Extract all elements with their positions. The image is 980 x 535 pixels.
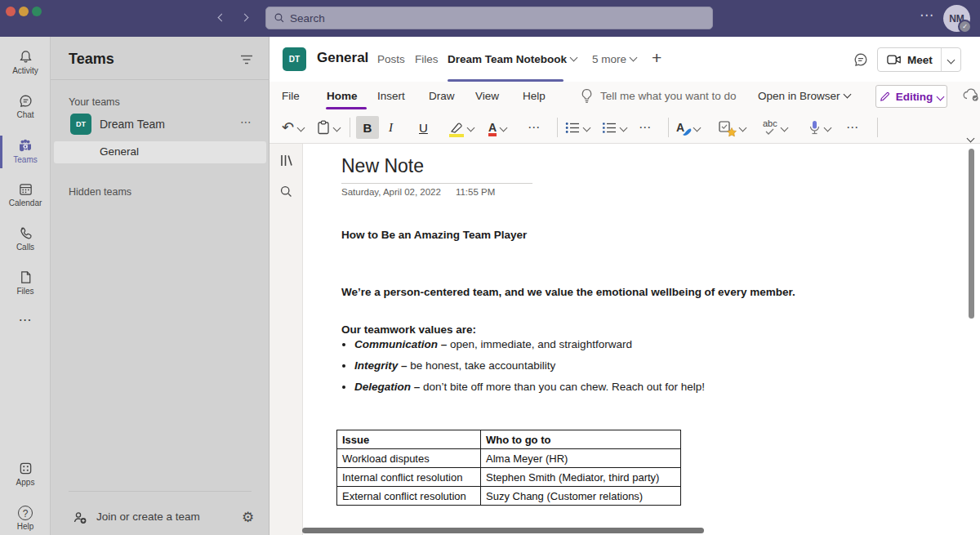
bullet-item[interactable]: Delegation – don’t bite off more than yo… (354, 381, 705, 394)
divider (668, 118, 669, 137)
bullet-item[interactable]: Integrity – be honest, take accountabili… (354, 359, 705, 372)
bold-button[interactable]: B (356, 116, 379, 139)
rail-item-help[interactable]: ? Help (0, 506, 51, 531)
note-heading[interactable]: How to Be an Amazing Team Player (341, 229, 527, 241)
tab-posts[interactable]: Posts (377, 53, 405, 65)
styles-button[interactable]: A (676, 112, 700, 143)
table-row[interactable]: Workload disputes Alma Meyer (HR) (337, 449, 681, 468)
teams-icon (0, 137, 51, 154)
rail-item-calendar[interactable]: Calendar (0, 181, 51, 207)
join-or-create-team-button[interactable]: Join or create a team ⚙ (51, 505, 270, 531)
abc-label: abc (763, 120, 777, 127)
add-tab-button[interactable]: + (652, 48, 662, 68)
team-row-dream-team[interactable]: DT Dream Team ⋯ (51, 113, 270, 140)
chat-icon (0, 93, 51, 109)
note-timestamp: Saturday, April 02, 202211:55 PM (341, 187, 495, 197)
chevron-down-icon (947, 56, 955, 64)
note-paragraph[interactable]: We’re a person-centered team, and we val… (341, 286, 795, 298)
bullet-list-button[interactable] (565, 112, 590, 143)
note-canvas: New Note Saturday, April 02, 202211:55 P… (270, 144, 980, 535)
more-tabs-button[interactable]: 5 more (592, 53, 636, 65)
macos-close-button[interactable] (6, 7, 16, 16)
filter-icon[interactable] (240, 55, 253, 65)
meet-button[interactable]: Meet (878, 48, 941, 71)
note-title[interactable]: New Note (341, 155, 424, 177)
italic-button[interactable]: I (389, 112, 393, 143)
rail-label: Apps (0, 478, 51, 487)
forward-button[interactable] (238, 11, 247, 25)
paste-button[interactable] (317, 112, 340, 143)
app-rail: Activity Chat Teams Calendar Calls Files… (0, 37, 51, 535)
note-time: 11:55 PM (456, 187, 495, 197)
dictate-button[interactable] (808, 112, 831, 143)
tag-button[interactable] (719, 112, 746, 143)
channel-header: DT General Posts Files Dream Team Notebo… (270, 37, 980, 82)
table-header-issue: Issue (337, 430, 481, 449)
menu-insert[interactable]: Insert (377, 90, 405, 102)
rail-item-teams[interactable]: Teams (0, 137, 51, 164)
team-more-button[interactable]: ⋯ (240, 115, 252, 128)
rail-item-calls[interactable]: Calls (0, 225, 51, 252)
gear-icon[interactable]: ⚙ (242, 509, 254, 526)
conversation-icon[interactable] (853, 51, 869, 68)
titlebar-more-button[interactable]: ⋯ (920, 7, 934, 24)
editing-mode-button[interactable]: Editing (875, 85, 947, 108)
phone-icon (0, 225, 51, 241)
table-row[interactable]: External conflict resolution Suzy Chang … (337, 487, 681, 506)
channel-item-general[interactable]: General (54, 141, 266, 163)
back-button[interactable] (215, 11, 225, 25)
rail-label: Chat (0, 110, 51, 119)
table-header-who: Who to go to (481, 430, 681, 449)
ribbon-menu-bar: File Home Insert Draw View Help Tell me … (270, 82, 980, 112)
note-values-intro[interactable]: Our teamwork values are: (341, 323, 476, 336)
menu-view[interactable]: View (475, 90, 499, 102)
vertical-scrollbar[interactable] (969, 149, 974, 319)
toolbar-overflow-button[interactable]: ⋯ (846, 112, 859, 143)
menu-help[interactable]: Help (523, 90, 546, 102)
font-overflow-button[interactable]: ⋯ (528, 112, 541, 143)
underline-button[interactable]: U (419, 112, 428, 143)
tab-dream-team-notebook[interactable]: Dream Team Notebook (448, 53, 577, 65)
menu-file[interactable]: File (282, 90, 300, 102)
avatar[interactable]: NM ✓ (943, 5, 970, 32)
chevron-down-icon (583, 123, 591, 132)
main-panel: DT General Posts Files Dream Team Notebo… (270, 37, 980, 535)
rail-label: Help (0, 522, 51, 531)
hidden-teams-label[interactable]: Hidden teams (69, 186, 131, 198)
tell-me-search[interactable]: Tell me what you want to do (600, 90, 737, 102)
macos-minimize-button[interactable] (19, 7, 29, 16)
font-color-button[interactable]: A (488, 112, 506, 143)
bullet-item[interactable]: Communication – open, immediate, and str… (354, 338, 705, 351)
meet-dropdown-button[interactable] (941, 48, 960, 71)
search-placeholder: Search (290, 12, 325, 25)
notebooks-icon[interactable] (278, 153, 295, 169)
formatting-toolbar: ↶ B I U A ⋯ (270, 112, 980, 144)
note-date: Saturday, April 02, 2022 (341, 187, 441, 197)
clipboard-icon (317, 120, 330, 135)
rail-more-button[interactable]: ⋯ (0, 312, 51, 328)
team-avatar: DT (70, 114, 91, 135)
menu-draw[interactable]: Draw (429, 90, 455, 102)
chevron-down-icon (570, 54, 578, 62)
collapse-ribbon-button[interactable] (964, 132, 973, 147)
undo-button[interactable]: ↶ (282, 112, 304, 143)
open-in-browser-button[interactable]: Open in Browser (758, 90, 850, 102)
rail-item-activity[interactable]: Activity (0, 49, 51, 75)
highlight-button[interactable] (449, 112, 474, 143)
teams-sidebar: Teams Your teams DT Dream Team ⋯ General… (51, 37, 270, 535)
numbered-list-button[interactable] (602, 112, 626, 143)
paragraph-overflow-button[interactable]: ⋯ (639, 112, 652, 143)
menu-home[interactable]: Home (327, 90, 358, 102)
search-input[interactable]: Search (265, 7, 713, 29)
tab-files[interactable]: Files (415, 53, 439, 65)
channel-title: General (317, 50, 368, 66)
rail-item-chat[interactable]: Chat (0, 93, 51, 119)
rail-item-files[interactable]: Files (0, 270, 51, 296)
rail-item-apps[interactable]: Apps (0, 461, 51, 487)
numbered-list-icon (602, 122, 617, 134)
spelling-button[interactable]: abc (763, 112, 787, 143)
table-row[interactable]: Internal conflict resolution Stephen Smi… (337, 468, 681, 487)
search-notes-icon[interactable] (279, 185, 293, 198)
macos-zoom-button[interactable] (32, 7, 42, 16)
horizontal-scrollbar[interactable] (302, 528, 704, 533)
